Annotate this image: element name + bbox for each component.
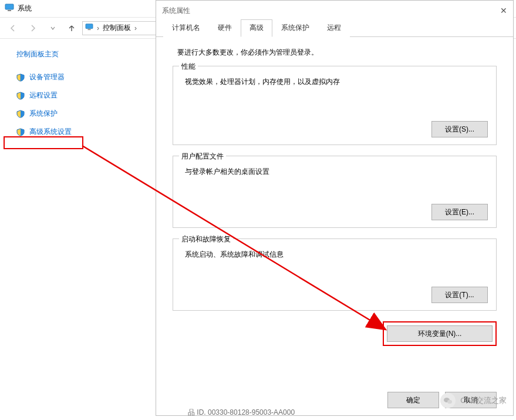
sidebar-item-label: 设备管理器 <box>29 72 65 82</box>
sidebar-item-advanced[interactable]: 高级系统设置 <box>16 127 106 137</box>
cp-home-link[interactable]: 控制面板主页 <box>16 49 106 59</box>
monitor-icon <box>85 23 93 32</box>
breadcrumb-sep: › <box>97 24 99 32</box>
watermark-text: CAE交流之家 <box>460 395 507 406</box>
intro-text: 要进行大多数更改，你必须作为管理员登录。 <box>173 48 497 58</box>
shield-icon <box>16 110 25 118</box>
tab-protection[interactable]: 系统保护 <box>272 19 318 37</box>
close-button[interactable]: ✕ <box>484 6 507 15</box>
dialog-content: 要进行大多数更改，你必须作为管理员登录。 性能 视觉效果，处理器计划，内存使用，… <box>156 37 513 346</box>
nav-recent-dropdown[interactable] <box>45 20 61 36</box>
group-desc: 视觉效果，处理器计划，内存使用，以及虚拟内存 <box>185 77 488 87</box>
dialog-title: 系统属性 <box>162 6 190 16</box>
group-performance: 性能 视觉效果，处理器计划，内存使用，以及虚拟内存 设置(S)... <box>173 66 497 145</box>
nav-forward-button[interactable] <box>25 20 41 36</box>
sidebar-item-label: 系统保护 <box>29 109 58 119</box>
tab-remote[interactable]: 远程 <box>318 19 350 37</box>
sidebar-item-protection[interactable]: 系统保护 <box>16 109 106 119</box>
svg-point-6 <box>447 400 452 404</box>
environment-variables-button[interactable]: 环境变量(N)... <box>387 325 493 342</box>
dialog-titlebar: 系统属性 ✕ <box>156 1 513 21</box>
group-legend: 性能 <box>179 62 198 72</box>
tab-strip: 计算机名 硬件 高级 系统保护 远程 <box>156 21 513 37</box>
cp-title: 系统 <box>18 4 32 14</box>
svg-rect-3 <box>87 29 90 30</box>
env-button-row: 环境变量(N)... <box>173 321 497 346</box>
tab-advanced[interactable]: 高级 <box>241 19 272 37</box>
cp-sidebar: 控制面板主页 设备管理器 远程设置 系统保护 <box>0 39 112 145</box>
sidebar-item-label: 高级系统设置 <box>29 127 72 137</box>
annotation-highlight: 环境变量(N)... <box>383 321 497 346</box>
shield-icon <box>16 128 25 136</box>
system-properties-dialog: 系统属性 ✕ 计算机名 硬件 高级 系统保护 远程 要进行大多数更改，你必须作为… <box>156 0 514 416</box>
svg-rect-1 <box>8 10 11 11</box>
group-desc: 与登录帐户相关的桌面设置 <box>185 167 488 177</box>
shield-icon <box>16 73 25 82</box>
sidebar-item-label: 远程设置 <box>29 90 58 100</box>
group-startup: 启动和故障恢复 系统启动、系统故障和调试信息 设置(T)... <box>173 238 497 311</box>
svg-rect-0 <box>5 4 14 9</box>
profiles-settings-button[interactable]: 设置(E)... <box>431 204 488 220</box>
wechat-icon <box>440 393 456 408</box>
group-profiles: 用户配置文件 与登录帐户相关的桌面设置 设置(E)... <box>173 156 497 228</box>
tab-hardware[interactable]: 硬件 <box>209 19 241 37</box>
shield-icon <box>16 92 25 100</box>
sidebar-item-remote[interactable]: 远程设置 <box>16 90 106 100</box>
tab-computer-name[interactable]: 计算机名 <box>163 19 209 37</box>
svg-rect-2 <box>86 24 93 29</box>
group-legend: 用户配置文件 <box>179 152 226 162</box>
breadcrumb-item[interactable]: 控制面板 <box>103 23 131 33</box>
startup-settings-button[interactable]: 设置(T)... <box>431 287 488 303</box>
nav-up-button[interactable] <box>65 21 79 35</box>
annotation-highlight <box>4 136 83 149</box>
performance-settings-button[interactable]: 设置(S)... <box>431 121 488 137</box>
watermark: CAE交流之家 <box>440 393 507 408</box>
ok-button[interactable]: 确定 <box>387 392 439 408</box>
sidebar-item-device-manager[interactable]: 设备管理器 <box>16 72 106 82</box>
masked-product-id: 品 ID. 00330-80128-95003-AA000 <box>188 408 295 418</box>
group-desc: 系统启动、系统故障和调试信息 <box>185 250 488 260</box>
group-legend: 启动和故障恢复 <box>179 234 233 244</box>
monitor-icon <box>5 4 14 14</box>
nav-back-button[interactable] <box>5 20 21 36</box>
breadcrumb-sep: › <box>134 24 137 32</box>
